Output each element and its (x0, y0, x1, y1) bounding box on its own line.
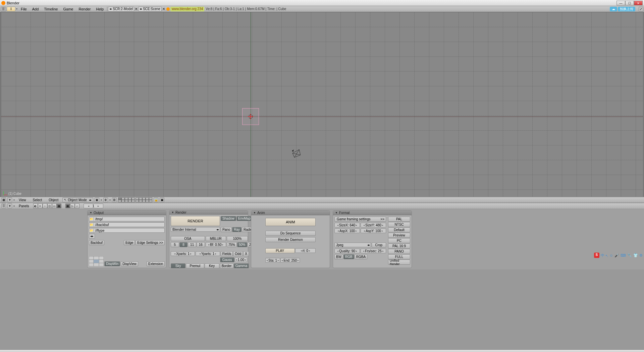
object-context-icon[interactable]: ◫ (47, 204, 52, 208)
camera-object[interactable] (290, 147, 302, 159)
border-toggle[interactable]: Border (220, 263, 233, 268)
folder-icon[interactable]: 📁 (89, 223, 94, 226)
quality-field[interactable]: ◂Quality: 90▸ (334, 249, 360, 253)
ime-tool-icon[interactable]: 🔧 (627, 253, 632, 258)
render-subcontext-icon[interactable]: ▦ (65, 204, 70, 208)
gauss-toggle[interactable]: Gauss (220, 257, 234, 262)
manipulator-icon[interactable]: ⊞ (112, 197, 117, 202)
bw-toggle[interactable]: BW (334, 254, 343, 259)
menu-render[interactable]: Render (76, 7, 93, 11)
folder-icon[interactable]: 📁 (89, 229, 94, 232)
upload-button[interactable]: 拍换上传 (618, 7, 635, 11)
render-engine-selector[interactable]: Blender Internal◂▸ (171, 227, 220, 232)
scene-selector[interactable]: ◂▸ SCE:Scene (138, 7, 162, 11)
codec-selector[interactable]: Jpeg◂▸ (334, 243, 371, 247)
backbuf-toggle[interactable]: Backbuf (89, 240, 104, 245)
size-100-button[interactable]: 100% (227, 236, 248, 241)
windows-taskbar[interactable] (0, 350, 644, 352)
menu-add[interactable]: Add (30, 7, 42, 11)
pivot-icon[interactable]: ⊕ (103, 197, 108, 202)
mode-selector[interactable]: ↖ Object Mode ◂▸ (62, 197, 93, 202)
render-panel-header[interactable]: Render (169, 211, 248, 215)
menu-file[interactable]: File (18, 7, 30, 11)
frame-field[interactable]: ◂ 1 ▸ (84, 204, 104, 208)
ray-toggle[interactable]: Ray (232, 227, 241, 232)
fields-toggle[interactable]: Fields (221, 251, 233, 256)
view-menu[interactable]: View (16, 198, 29, 202)
x-toggle[interactable]: X (243, 251, 249, 256)
menu-game[interactable]: Game (60, 7, 76, 11)
dispwin-toggle[interactable]: DispWin (104, 261, 120, 266)
preset-pano-button[interactable]: PANO (388, 249, 410, 254)
preset-pal169-button[interactable]: PAL 16:9 (388, 244, 410, 249)
fps-field[interactable]: ◂Frs/sec: 25▸ (361, 249, 386, 253)
sizex-field[interactable]: ◂SizeX: 640▸ (334, 223, 360, 227)
shadow-toggle[interactable]: Shadow (221, 216, 236, 221)
minimize-button[interactable]: — (616, 1, 625, 5)
rgb-toggle[interactable]: RGB (343, 254, 354, 259)
gamma-toggle[interactable]: Gamma (234, 263, 249, 268)
folder-icon[interactable]: 📁 (89, 217, 94, 221)
osa-toggle[interactable]: OSA (171, 236, 205, 241)
layer-buttons[interactable] (118, 197, 152, 202)
render-daemon-toggle[interactable]: Render Daemon (265, 237, 316, 242)
size-75-button[interactable]: 75% (227, 242, 237, 247)
mblur-toggle[interactable]: MBLUR (206, 236, 226, 241)
ftype-path-field[interactable]: 📁//ftype (89, 228, 165, 233)
window-type-buttons-icon[interactable]: ☰ (1, 204, 6, 208)
editing-context-icon[interactable]: ▭ (52, 204, 57, 208)
preset-preview-button[interactable]: Preview (388, 233, 410, 238)
output-panel-header[interactable]: Output (88, 211, 166, 215)
aspx-field[interactable]: ◂AspX: 100▸ (334, 228, 360, 233)
start-frame-field[interactable]: ◂Sta: 1▸ (265, 258, 280, 263)
sky-toggle[interactable]: Sky (171, 263, 185, 268)
menu-timeline[interactable]: Timeline (41, 7, 60, 11)
ime-settings-icon[interactable]: ⚙ (639, 253, 643, 258)
edge-toggle[interactable]: Edge (124, 240, 135, 245)
close-button[interactable]: ✕ (634, 1, 643, 5)
game-framing-button[interactable]: Game framing settings>> (334, 217, 386, 222)
render-button[interactable]: RENDER (171, 216, 220, 226)
gauss-value-field[interactable]: ◂1.00▸ (235, 257, 247, 262)
format-panel-header[interactable]: Format (333, 211, 412, 215)
sogou-ime-icon[interactable]: S (594, 253, 599, 258)
cloud-icon[interactable]: ☁ (610, 7, 617, 11)
aspy-field[interactable]: ◂AspY: 100▸ (361, 228, 386, 233)
crop-toggle[interactable]: Crop (372, 243, 386, 248)
screen-close-icon[interactable]: ✕ (134, 7, 138, 11)
render-path-field[interactable]: 📁/tmp/ (89, 217, 165, 221)
anim-button[interactable]: ANIM (265, 218, 316, 226)
info-icon[interactable]: i (7, 7, 15, 11)
do-sequence-toggle[interactable]: Do Sequence (265, 231, 316, 236)
frame-next-icon[interactable]: ▸ (98, 205, 99, 208)
play-button[interactable]: PLAY (265, 248, 295, 253)
window-type-3dview-icon[interactable]: ▦ (1, 197, 6, 202)
xparts-field[interactable]: ◂Xparts: 1▸ (171, 251, 195, 256)
shading-context-icon[interactable]: ○ (43, 204, 47, 208)
backbuf-path-field[interactable]: 📁//backbuf (89, 222, 165, 227)
render-region-icon[interactable] (89, 256, 104, 266)
scene-close-icon[interactable]: ✕ (162, 7, 166, 11)
lock-icon[interactable]: 🔒 (154, 197, 158, 202)
osa-8-button[interactable]: 8 (179, 242, 188, 247)
osa-16-button[interactable]: 16 (197, 242, 205, 247)
rgba-toggle[interactable]: RGBA (355, 254, 367, 259)
select-menu[interactable]: Select (30, 198, 45, 202)
extension-toggle[interactable]: Extension (147, 261, 165, 266)
window-type-menu-icon[interactable]: ▾ (7, 197, 12, 202)
edge-settings-button[interactable]: Edge Settings >> (136, 240, 165, 245)
yparts-field[interactable]: ◂Yparts: 1▸ (196, 251, 220, 256)
scene-link-icon[interactable]: ◂▸ (89, 234, 95, 238)
pano-toggle[interactable]: Pano (221, 227, 232, 232)
ime-mic-icon[interactable]: 🎤 (614, 253, 619, 258)
object-menu[interactable]: Object (46, 198, 61, 202)
key-toggle[interactable]: Key (205, 263, 219, 268)
end-frame-field[interactable]: ◂End: 250▸ (280, 258, 300, 263)
ime-punct-icon[interactable]: •, (606, 253, 608, 257)
envmap-toggle[interactable]: EnvMap (236, 216, 252, 221)
size-50-button[interactable]: 50% (237, 242, 247, 247)
osa-5-button[interactable]: 5 (171, 242, 179, 247)
window-type-menu[interactable]: ☰ (1, 7, 6, 11)
preset-pc-button[interactable]: PC (388, 238, 410, 243)
logic-context-icon[interactable]: ◐ (33, 204, 38, 208)
